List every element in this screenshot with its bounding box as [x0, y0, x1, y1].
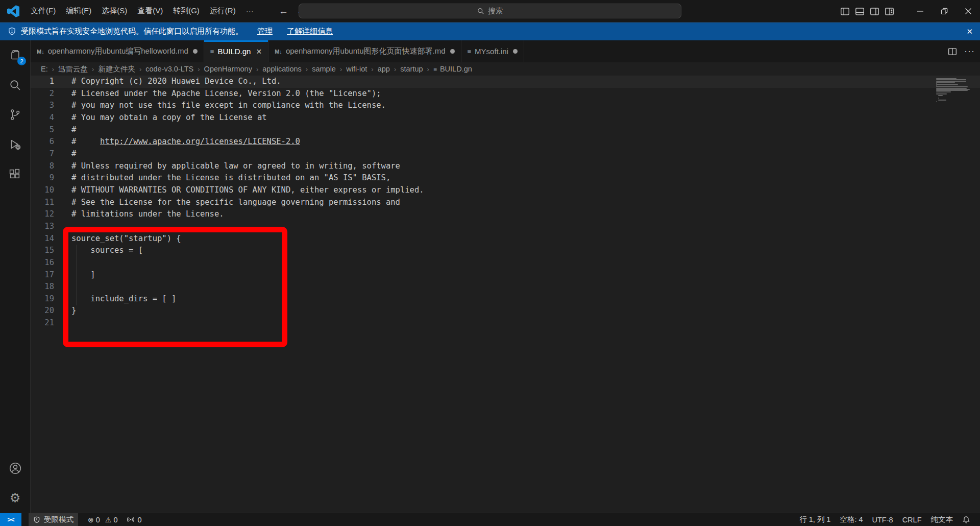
search-input[interactable]: 搜索 — [299, 4, 681, 18]
menu-item-3[interactable]: 查看(V) — [132, 4, 168, 18]
tab-MYsoft.ini[interactable]: ≡MYsoft.ini — [461, 40, 524, 62]
code-line-15[interactable]: 15 sources = [ — [31, 245, 980, 257]
code-line-8[interactable]: 8# Unless required by applicable law or … — [31, 160, 980, 173]
toggle-panel-icon[interactable] — [855, 7, 865, 16]
code-line-3[interactable]: 3# you may not use this file except in c… — [31, 100, 980, 112]
code-line-2[interactable]: 2# Licensed under the Apache License, Ve… — [31, 88, 980, 100]
language-mode-status[interactable]: 纯文本 — [926, 513, 958, 526]
extensions-button[interactable] — [0, 159, 30, 188]
line-number: 15 — [31, 245, 54, 257]
code-line-20[interactable]: 20} — [31, 305, 980, 317]
breadcrumb-item-2[interactable]: 新建文件夹 — [98, 64, 135, 74]
modified-dot-icon[interactable] — [513, 49, 518, 54]
modified-dot-icon[interactable] — [450, 49, 455, 54]
restricted-mode-status[interactable]: 受限模式 — [29, 513, 78, 526]
breadcrumb-item-7[interactable]: wifi-iot — [346, 65, 367, 73]
line-text: # distributed under the License is distr… — [54, 172, 390, 184]
code-line-7[interactable]: 7# — [31, 148, 980, 160]
code-line-17[interactable]: 17 ] — [31, 269, 980, 281]
line-text: # — [54, 148, 76, 160]
minimap[interactable] — [936, 78, 972, 103]
account-icon — [9, 462, 22, 475]
breadcrumb-item-0[interactable]: E: — [41, 65, 48, 73]
problems-status[interactable]: ⊗ 0 ⚠ 0 — [83, 513, 122, 526]
menu-item-1[interactable]: 编辑(E) — [61, 4, 96, 18]
shield-icon — [33, 516, 40, 523]
notifications-button[interactable] — [958, 513, 975, 526]
cursor-position[interactable]: 行 1, 列 1 — [795, 513, 835, 526]
tab-label: MYsoft.ini — [475, 47, 508, 56]
code-line-14[interactable]: 14source_set("startup") { — [31, 233, 980, 245]
vscode-logo-icon — [7, 5, 19, 17]
line-text — [54, 221, 71, 233]
manage-link[interactable]: 管理 — [257, 27, 273, 36]
menu-item-2[interactable]: 选择(S) — [96, 4, 132, 18]
toggle-secondary-sidebar-icon[interactable] — [870, 7, 879, 16]
minimap-line — [938, 95, 943, 96]
code-line-18[interactable]: 18 — [31, 281, 980, 293]
tab-openharmony用ubuntu图形化页面快速部署.md[interactable]: M↓openharmony用ubuntu图形化页面快速部署.md — [268, 40, 461, 62]
code-line-5[interactable]: 5# — [31, 124, 980, 136]
code-line-16[interactable]: 16 — [31, 257, 980, 269]
code-line-21[interactable]: 21 — [31, 317, 980, 329]
breadcrumb-separator-icon: › — [371, 65, 373, 73]
line-text: # See the License for the specific langu… — [54, 197, 400, 209]
settings-button[interactable]: ⚙ — [0, 483, 30, 513]
toggle-sidebar-icon[interactable] — [840, 7, 850, 16]
line-number: 9 — [31, 172, 54, 184]
breadcrumb-item-10[interactable]: ≡BUILD.gn — [433, 65, 472, 73]
breadcrumb-item-9[interactable]: startup — [400, 65, 423, 73]
code-line-4[interactable]: 4# You may obtain a copy of the License … — [31, 112, 980, 124]
source-control-button[interactable] — [0, 100, 30, 129]
accounts-button[interactable] — [0, 453, 30, 483]
close-window-button[interactable] — [956, 0, 980, 22]
breadcrumb-item-8[interactable]: app — [378, 65, 390, 73]
customize-layout-icon[interactable] — [885, 7, 894, 16]
indentation-status[interactable]: 空格: 4 — [835, 513, 867, 526]
menu-item-0[interactable]: 文件(F) — [26, 4, 61, 18]
banner-close-button[interactable]: ✕ — [966, 22, 973, 40]
modified-dot-icon[interactable] — [193, 49, 198, 54]
learn-more-link[interactable]: 了解详细信息 — [287, 27, 333, 36]
back-arrow-button[interactable]: ← — [279, 6, 288, 17]
code-editor[interactable]: 1# Copyright (c) 2020 Huawei Device Co.,… — [31, 76, 980, 513]
line-number: 3 — [31, 100, 54, 112]
code-line-6[interactable]: 6# http://www.apache.org/licenses/LICENS… — [31, 136, 980, 148]
code-line-10[interactable]: 10# WITHOUT WARRANTIES OR CONDITIONS OF … — [31, 184, 980, 197]
code-line-11[interactable]: 11# See the License for the specific lan… — [31, 197, 980, 209]
menu-item-5[interactable]: 运行(R) — [205, 4, 241, 18]
minimize-button[interactable] — [908, 0, 932, 22]
menu-item-more[interactable]: ··· — [241, 4, 259, 18]
text-file-icon: ≡ — [468, 47, 472, 55]
code-line-9[interactable]: 9# distributed under the License is dist… — [31, 172, 980, 184]
breadcrumb-item-5[interactable]: applications — [262, 65, 302, 73]
breadcrumb-item-3[interactable]: code-v3.0-LTS — [145, 65, 193, 73]
minimap-line — [936, 82, 955, 83]
ports-status[interactable]: 0 — [122, 513, 146, 526]
search-sidebar-button[interactable] — [0, 70, 30, 100]
run-debug-button[interactable] — [0, 129, 30, 159]
breadcrumb-item-6[interactable]: sample — [312, 65, 336, 73]
encoding-status[interactable]: UTF-8 — [868, 513, 898, 526]
remote-indicator[interactable]: >< — [0, 513, 21, 526]
minimap-line — [938, 98, 939, 99]
license-url-link[interactable]: http://www.apache.org/licenses/LICENSE-2… — [100, 137, 300, 146]
breadcrumb-item-4[interactable]: OpenHarmony — [204, 65, 252, 73]
code-line-12[interactable]: 12# limitations under the License. — [31, 208, 980, 221]
breadcrumb-item-1[interactable]: 迅雷云盘 — [58, 64, 88, 74]
line-number: 10 — [31, 184, 54, 197]
restore-button[interactable] — [932, 0, 956, 22]
tab-openharmony用ubuntu编写helloworld.md[interactable]: M↓openharmony用ubuntu编写helloworld.md — [31, 40, 204, 62]
menu-item-4[interactable]: 转到(G) — [168, 4, 205, 18]
activity-bar-spacer — [0, 188, 30, 453]
eol-status[interactable]: CRLF — [898, 513, 926, 526]
explorer-button[interactable]: 2 — [0, 40, 30, 70]
split-editor-icon[interactable] — [948, 47, 957, 56]
line-number: 17 — [31, 269, 54, 281]
close-tab-icon[interactable]: ✕ — [256, 47, 262, 56]
tab-BUILD.gn[interactable]: ≡BUILD.gn✕ — [204, 40, 268, 62]
code-line-19[interactable]: 19 include_dirs = [ ] — [31, 293, 980, 305]
code-line-1[interactable]: 1# Copyright (c) 2020 Huawei Device Co.,… — [31, 76, 980, 88]
more-actions-icon[interactable]: ··· — [964, 46, 975, 57]
code-line-13[interactable]: 13 — [31, 221, 980, 233]
